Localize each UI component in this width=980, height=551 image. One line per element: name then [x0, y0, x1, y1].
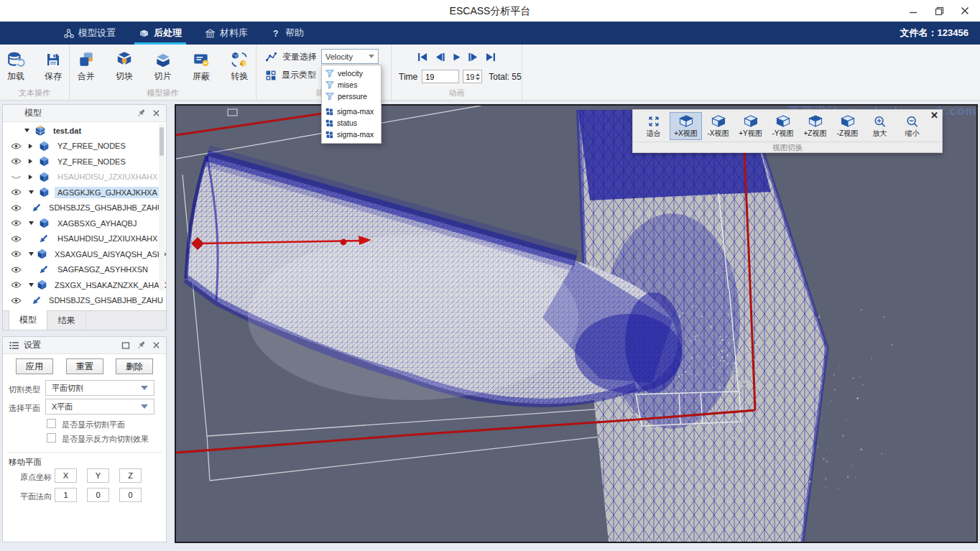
eye-open-icon[interactable]	[11, 250, 22, 258]
viewport-3d[interactable]: 蓝蓝设计www.lanlanwork.com 适合+X视图-X视图+Y视图-Y视…	[175, 104, 978, 543]
close-view-toolbar-button[interactable]: ✕	[930, 110, 938, 121]
chevron-right-icon[interactable]	[28, 158, 37, 165]
save-button[interactable]: 保存	[37, 50, 69, 83]
tree-row[interactable]: YZ_FREE_NODES	[3, 154, 166, 170]
plane-select-dropdown[interactable]: X平面	[45, 399, 154, 415]
minimize-button[interactable]	[907, 4, 920, 17]
tree-row[interactable]: SDHSBJZS_GHSABJHB_ZAHU	[3, 200, 166, 216]
cube-node-icon	[37, 249, 47, 259]
view-button--Y视图[interactable]: -Y视图	[767, 112, 799, 140]
chevron-down-icon[interactable]	[28, 190, 37, 195]
close-window-button[interactable]	[958, 4, 971, 17]
tree-scrollbar[interactable]	[159, 124, 165, 291]
chevron-right-icon[interactable]	[28, 174, 37, 180]
chevron-right-icon[interactable]	[28, 143, 37, 149]
step-forward-button[interactable]	[468, 52, 479, 62]
view-button-+Z视图[interactable]: +Z视图	[799, 112, 831, 140]
dropdown-option-perssure[interactable]: perssure	[322, 91, 381, 102]
delete-button[interactable]: 删除	[116, 358, 153, 374]
eye-open-icon[interactable]	[11, 142, 22, 150]
model-panel-tabs: 模型 结果	[3, 310, 166, 330]
skip-to-end-button[interactable]	[485, 52, 496, 62]
tree-row[interactable]: HSAUHDISU_JZXIUXHAHX	[3, 170, 166, 185]
eye-open-icon[interactable]	[11, 204, 22, 212]
tree-row[interactable]: SDHSBJZS_GHSABJHB_ZAHU	[3, 293, 166, 309]
view-button-+Y视图[interactable]: +Y视图	[734, 112, 767, 140]
time-input[interactable]	[422, 70, 459, 83]
close-panel-icon[interactable]	[152, 109, 160, 117]
dropdown-option-sigma-max[interactable]: sigma-max	[322, 129, 381, 140]
eye-open-icon[interactable]	[11, 219, 22, 227]
variable-dropdown[interactable]: Velocity	[321, 49, 379, 64]
origin-z-field[interactable]	[119, 468, 142, 483]
tab-model[interactable]: 模型	[9, 310, 47, 330]
menu-item-0[interactable]: 模型设置	[52, 22, 127, 45]
tree-row[interactable]: ZSXGX_HSAKAZNZXK_AHASX	[3, 277, 166, 293]
merge-button[interactable]: 合并	[70, 50, 102, 83]
mask-button[interactable]: 屏蔽	[185, 50, 217, 83]
menu-item-2[interactable]: 材料库	[193, 22, 259, 45]
eye-open-icon[interactable]	[11, 188, 22, 196]
tree-row[interactable]: XAGBSXG_AYHAQBJ	[3, 216, 166, 231]
eye-open-icon[interactable]	[11, 157, 22, 165]
chevron-down-icon[interactable]	[28, 221, 37, 226]
cut-block-button[interactable]: 切块	[108, 50, 140, 83]
menu-item-3[interactable]: ?帮助	[259, 22, 315, 45]
show-cut-plane-label: 是否显示切割平面	[62, 420, 125, 430]
close-panel-icon[interactable]	[152, 341, 160, 349]
dropdown-option-mises[interactable]: mises	[322, 79, 381, 91]
eye-closed-icon[interactable]	[11, 173, 22, 181]
display-type-button[interactable]: 显示类型	[265, 66, 317, 84]
eye-open-icon[interactable]	[11, 235, 22, 243]
skip-to-start-button[interactable]	[417, 52, 428, 62]
show-cut-plane-checkbox[interactable]	[47, 419, 56, 428]
view-button-+X视图[interactable]: +X视图	[670, 112, 702, 140]
convert-button[interactable]: 转换	[223, 50, 256, 83]
origin-y-field[interactable]	[87, 468, 109, 483]
normal-y-field[interactable]	[87, 488, 109, 502]
reverse-cut-checkbox[interactable]	[47, 433, 56, 443]
pin-icon[interactable]	[137, 341, 146, 350]
dropdown-option-status[interactable]: status	[322, 117, 381, 129]
chevron-down-icon[interactable]	[28, 282, 34, 287]
restore-button[interactable]	[933, 4, 946, 17]
normal-x-field[interactable]	[55, 488, 77, 502]
eye-open-icon[interactable]	[11, 266, 22, 274]
tree-root-row[interactable]: test.dat	[3, 123, 166, 139]
eye-open-icon[interactable]	[11, 281, 22, 289]
dropdown-option-velocity[interactable]: velocity	[322, 68, 381, 79]
tab-results[interactable]: 结果	[47, 311, 86, 330]
maximize-panel-icon[interactable]	[121, 341, 130, 350]
tree-row[interactable]: YZ_FREE_NODES	[3, 139, 166, 154]
scrollbar-thumb[interactable]	[160, 127, 164, 156]
pin-icon[interactable]	[137, 108, 146, 118]
stepper-arrows-icon[interactable]	[475, 73, 481, 80]
view-button-放大[interactable]: 放大	[864, 112, 896, 140]
frame-value: 19	[463, 73, 475, 81]
dropdown-option-sigma-max[interactable]: sigma-max	[322, 106, 381, 117]
tree-row[interactable]: XSAXGAUS_AISYAQSH_ASHX	[3, 246, 166, 262]
play-button[interactable]	[452, 52, 461, 62]
cut-type-dropdown[interactable]: 平面切割	[45, 380, 154, 396]
origin-x-field[interactable]	[55, 468, 77, 483]
normal-z-field[interactable]	[119, 488, 142, 502]
tree-row[interactable]: HSAUHDISU_JZXIUXHAHX	[3, 231, 166, 247]
variable-select-button[interactable]: 变量选择	[265, 48, 317, 66]
load-button[interactable]: 加载	[0, 50, 32, 83]
view-button-适合[interactable]: 适合	[637, 112, 670, 140]
tree-row[interactable]: SAGFASGZ_ASYHHXSN	[3, 262, 166, 278]
view-button--Z视图[interactable]: -Z视图	[831, 112, 864, 140]
menu-item-1[interactable]: 后处理	[127, 22, 193, 45]
chevron-down-icon[interactable]	[28, 251, 34, 256]
slice-button[interactable]: 切片	[147, 50, 179, 83]
reset-button[interactable]: 重置	[66, 358, 103, 374]
view-button--X视图[interactable]: -X视图	[702, 112, 734, 140]
time-label: Time	[399, 72, 417, 82]
frame-stepper[interactable]: 19	[463, 70, 482, 83]
apply-button[interactable]: 应用	[16, 358, 53, 374]
step-back-button[interactable]	[435, 52, 445, 62]
chevron-down-icon[interactable]	[24, 128, 32, 133]
eye-open-icon[interactable]	[11, 297, 22, 305]
view-button-缩小[interactable]: 缩小	[896, 112, 928, 140]
tree-row[interactable]: AGSGKJKG_GJHXAJKHXA	[3, 185, 166, 200]
